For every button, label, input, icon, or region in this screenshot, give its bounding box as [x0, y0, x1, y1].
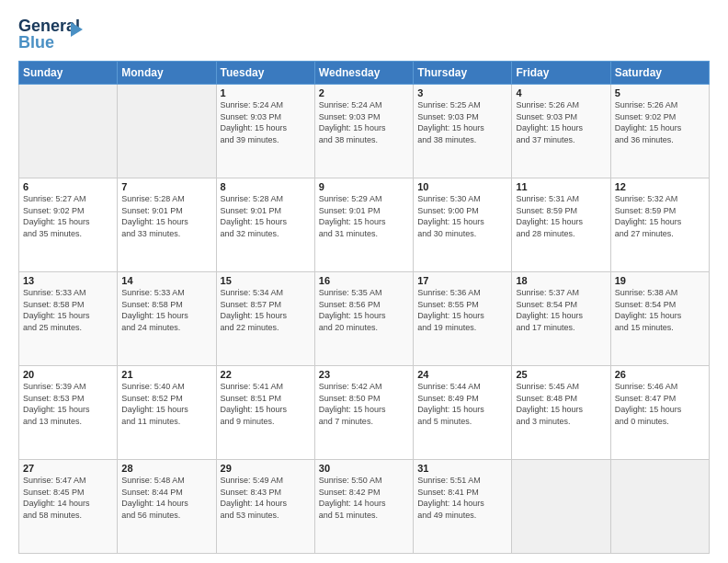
day-info: Sunrise: 5:35 AM Sunset: 8:56 PM Dayligh…	[319, 287, 409, 333]
day-number: 3	[417, 87, 507, 98]
svg-text:General: General	[18, 17, 80, 35]
day-info: Sunrise: 5:51 AM Sunset: 8:41 PM Dayligh…	[417, 475, 507, 521]
calendar-week-row: 1Sunrise: 5:24 AM Sunset: 9:03 PM Daylig…	[19, 85, 710, 178]
day-number: 28	[121, 463, 211, 474]
calendar-cell: 16Sunrise: 5:35 AM Sunset: 8:56 PM Dayli…	[314, 272, 413, 366]
calendar-cell: 13Sunrise: 5:33 AM Sunset: 8:58 PM Dayli…	[19, 272, 118, 366]
day-info: Sunrise: 5:46 AM Sunset: 8:47 PM Dayligh…	[615, 381, 705, 427]
day-info: Sunrise: 5:40 AM Sunset: 8:52 PM Dayligh…	[121, 381, 211, 427]
day-number: 25	[516, 369, 606, 380]
logo-svg: GeneralBlue	[18, 15, 92, 53]
header: GeneralBlue	[18, 15, 710, 53]
calendar-cell: 22Sunrise: 5:41 AM Sunset: 8:51 PM Dayli…	[216, 366, 314, 460]
day-info: Sunrise: 5:33 AM Sunset: 8:58 PM Dayligh…	[121, 287, 211, 333]
calendar-cell: 27Sunrise: 5:47 AM Sunset: 8:45 PM Dayli…	[19, 460, 118, 554]
day-number: 4	[516, 87, 606, 98]
calendar-cell: 15Sunrise: 5:34 AM Sunset: 8:57 PM Dayli…	[216, 272, 314, 366]
day-info: Sunrise: 5:28 AM Sunset: 9:01 PM Dayligh…	[121, 193, 211, 239]
calendar-cell: 6Sunrise: 5:27 AM Sunset: 9:02 PM Daylig…	[19, 178, 118, 272]
day-info: Sunrise: 5:44 AM Sunset: 8:49 PM Dayligh…	[417, 381, 507, 427]
calendar-cell: 19Sunrise: 5:38 AM Sunset: 8:54 PM Dayli…	[610, 272, 709, 366]
calendar-cell: 21Sunrise: 5:40 AM Sunset: 8:52 PM Dayli…	[118, 366, 216, 460]
calendar-cell: 18Sunrise: 5:37 AM Sunset: 8:54 PM Dayli…	[512, 272, 610, 366]
day-number: 24	[417, 369, 507, 380]
day-number: 17	[417, 275, 507, 286]
page: GeneralBlue SundayMondayTuesdayWednesday…	[0, 0, 728, 563]
day-number: 16	[319, 275, 409, 286]
column-header-tuesday: Tuesday	[216, 62, 314, 85]
day-info: Sunrise: 5:24 AM Sunset: 9:03 PM Dayligh…	[221, 99, 311, 145]
day-number: 26	[615, 369, 705, 380]
day-info: Sunrise: 5:27 AM Sunset: 9:02 PM Dayligh…	[23, 193, 113, 239]
calendar-cell: 23Sunrise: 5:42 AM Sunset: 8:50 PM Dayli…	[314, 366, 413, 460]
day-info: Sunrise: 5:33 AM Sunset: 8:58 PM Dayligh…	[23, 287, 113, 333]
day-number: 9	[319, 181, 409, 192]
day-info: Sunrise: 5:25 AM Sunset: 9:03 PM Dayligh…	[417, 99, 507, 145]
calendar-cell: 17Sunrise: 5:36 AM Sunset: 8:55 PM Dayli…	[414, 272, 512, 366]
day-number: 18	[516, 275, 606, 286]
calendar-cell: 3Sunrise: 5:25 AM Sunset: 9:03 PM Daylig…	[414, 85, 512, 178]
day-number: 13	[23, 275, 113, 286]
day-info: Sunrise: 5:28 AM Sunset: 9:01 PM Dayligh…	[221, 193, 311, 239]
day-number: 11	[516, 181, 606, 192]
calendar-week-row: 27Sunrise: 5:47 AM Sunset: 8:45 PM Dayli…	[19, 460, 710, 554]
calendar-week-row: 13Sunrise: 5:33 AM Sunset: 8:58 PM Dayli…	[19, 272, 710, 366]
day-info: Sunrise: 5:47 AM Sunset: 8:45 PM Dayligh…	[23, 475, 113, 521]
day-number: 23	[319, 369, 409, 380]
calendar-cell: 14Sunrise: 5:33 AM Sunset: 8:58 PM Dayli…	[118, 272, 216, 366]
calendar-cell: 30Sunrise: 5:50 AM Sunset: 8:42 PM Dayli…	[314, 460, 413, 554]
day-number: 27	[23, 463, 113, 474]
svg-text:Blue: Blue	[18, 33, 54, 52]
calendar-cell	[118, 85, 216, 178]
logo: GeneralBlue	[18, 15, 92, 53]
calendar-cell	[610, 460, 709, 554]
day-number: 1	[221, 87, 311, 98]
day-info: Sunrise: 5:30 AM Sunset: 9:00 PM Dayligh…	[417, 193, 507, 239]
calendar-cell: 11Sunrise: 5:31 AM Sunset: 8:59 PM Dayli…	[512, 178, 610, 272]
day-number: 2	[319, 87, 409, 98]
calendar-cell: 29Sunrise: 5:49 AM Sunset: 8:43 PM Dayli…	[216, 460, 314, 554]
day-info: Sunrise: 5:26 AM Sunset: 9:02 PM Dayligh…	[615, 99, 705, 145]
day-number: 5	[615, 87, 705, 98]
day-number: 29	[221, 463, 311, 474]
calendar-cell: 24Sunrise: 5:44 AM Sunset: 8:49 PM Dayli…	[414, 366, 512, 460]
calendar-cell	[19, 85, 118, 178]
day-number: 14	[121, 275, 211, 286]
column-header-saturday: Saturday	[610, 62, 709, 85]
day-number: 10	[417, 181, 507, 192]
day-number: 31	[417, 463, 507, 474]
day-number: 15	[221, 275, 311, 286]
day-info: Sunrise: 5:32 AM Sunset: 8:59 PM Dayligh…	[615, 193, 705, 239]
calendar-cell: 28Sunrise: 5:48 AM Sunset: 8:44 PM Dayli…	[118, 460, 216, 554]
column-header-friday: Friday	[512, 62, 610, 85]
day-number: 30	[319, 463, 409, 474]
calendar-cell: 9Sunrise: 5:29 AM Sunset: 9:01 PM Daylig…	[314, 178, 413, 272]
day-info: Sunrise: 5:39 AM Sunset: 8:53 PM Dayligh…	[23, 381, 113, 427]
day-number: 19	[615, 275, 705, 286]
day-info: Sunrise: 5:38 AM Sunset: 8:54 PM Dayligh…	[615, 287, 705, 333]
day-info: Sunrise: 5:34 AM Sunset: 8:57 PM Dayligh…	[221, 287, 311, 333]
day-number: 6	[23, 181, 113, 192]
calendar-week-row: 20Sunrise: 5:39 AM Sunset: 8:53 PM Dayli…	[19, 366, 710, 460]
calendar-cell: 20Sunrise: 5:39 AM Sunset: 8:53 PM Dayli…	[19, 366, 118, 460]
day-number: 8	[221, 181, 311, 192]
calendar-week-row: 6Sunrise: 5:27 AM Sunset: 9:02 PM Daylig…	[19, 178, 710, 272]
calendar-cell: 25Sunrise: 5:45 AM Sunset: 8:48 PM Dayli…	[512, 366, 610, 460]
day-number: 20	[23, 369, 113, 380]
day-info: Sunrise: 5:26 AM Sunset: 9:03 PM Dayligh…	[516, 99, 606, 145]
column-header-monday: Monday	[118, 62, 216, 85]
day-number: 7	[121, 181, 211, 192]
day-info: Sunrise: 5:50 AM Sunset: 8:42 PM Dayligh…	[319, 475, 409, 521]
calendar-cell: 26Sunrise: 5:46 AM Sunset: 8:47 PM Dayli…	[610, 366, 709, 460]
calendar-cell: 12Sunrise: 5:32 AM Sunset: 8:59 PM Dayli…	[610, 178, 709, 272]
calendar-cell: 5Sunrise: 5:26 AM Sunset: 9:02 PM Daylig…	[610, 85, 709, 178]
day-info: Sunrise: 5:45 AM Sunset: 8:48 PM Dayligh…	[516, 381, 606, 427]
day-number: 22	[221, 369, 311, 380]
day-info: Sunrise: 5:42 AM Sunset: 8:50 PM Dayligh…	[319, 381, 409, 427]
calendar-cell	[512, 460, 610, 554]
day-info: Sunrise: 5:29 AM Sunset: 9:01 PM Dayligh…	[319, 193, 409, 239]
calendar-cell: 31Sunrise: 5:51 AM Sunset: 8:41 PM Dayli…	[414, 460, 512, 554]
day-number: 21	[121, 369, 211, 380]
calendar-cell: 1Sunrise: 5:24 AM Sunset: 9:03 PM Daylig…	[216, 85, 314, 178]
calendar-cell: 7Sunrise: 5:28 AM Sunset: 9:01 PM Daylig…	[118, 178, 216, 272]
